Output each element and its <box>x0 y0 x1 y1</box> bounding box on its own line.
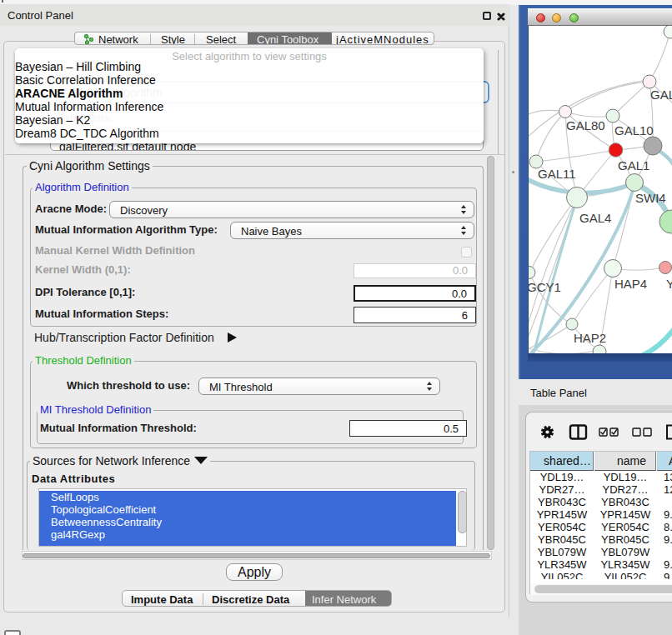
svg-text:GAL11: GAL11 <box>538 167 576 181</box>
svg-text:GAL4: GAL4 <box>579 211 611 225</box>
svg-text:HAP4: HAP4 <box>614 277 647 291</box>
svg-text:GCY1: GCY1 <box>529 280 561 294</box>
svg-text:GAL10: GAL10 <box>614 123 654 138</box>
svg-text:SWI4: SWI4 <box>635 191 666 205</box>
svg-text:HAP2: HAP2 <box>574 331 606 345</box>
svg-text:GAL7: GAL7 <box>650 88 672 102</box>
svg-text:YJL: YJL <box>666 277 672 291</box>
svg-text:GAL1: GAL1 <box>618 158 649 172</box>
svg-text:GAL80: GAL80 <box>566 118 605 132</box>
